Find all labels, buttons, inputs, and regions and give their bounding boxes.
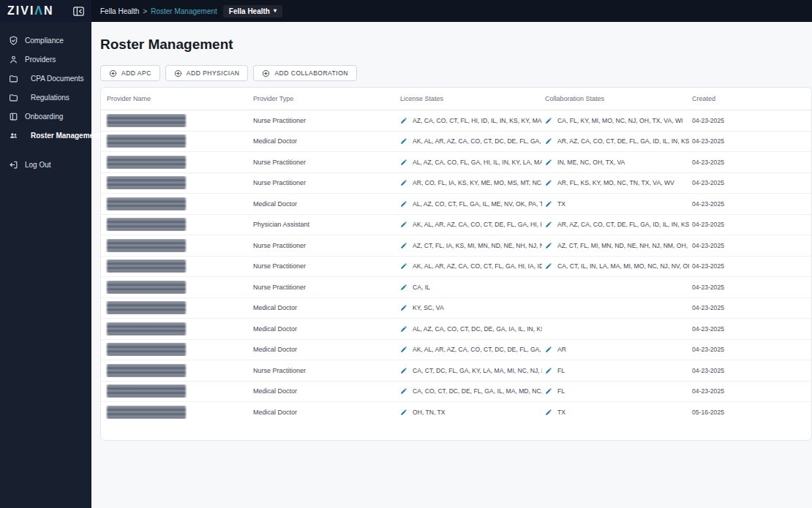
created-cell: 04-23-2025: [689, 179, 811, 186]
table-row: Nurse PractitionerAZ, CT, FL, IA, KS, MI…: [101, 235, 811, 256]
plus-circle-icon: [174, 69, 182, 77]
redacted-provider-name: [107, 176, 186, 189]
provider-name-cell: [101, 259, 250, 273]
edit-collaboration-states-icon[interactable]: [545, 117, 552, 124]
created-cell: 05-16-2025: [689, 409, 811, 416]
license-states-cell: AL, AZ, CA, CO, CT, DC, DE, GA, IA, IL, …: [397, 325, 542, 333]
redacted-provider-name: [107, 281, 186, 294]
provider-name-cell: [101, 114, 250, 127]
edit-license-states-icon[interactable]: [400, 367, 407, 374]
provider-type-cell: Nurse Practitioner: [250, 242, 397, 249]
edit-license-states-icon[interactable]: [400, 159, 407, 166]
license-states-cell: CA, CO, CT, DC, DE, FL, GA, IL, MA, MD, …: [397, 387, 542, 395]
edit-license-states-icon[interactable]: [400, 262, 407, 270]
sidebar-item-regulations[interactable]: Regulations: [0, 88, 91, 107]
provider-name-cell: [101, 322, 250, 335]
provider-type-cell: Medical Doctor: [250, 346, 397, 353]
provider-type-cell: Medical Doctor: [250, 304, 397, 311]
edit-collaboration-states-icon[interactable]: [545, 242, 552, 249]
collaboration-states-text: FL: [557, 387, 565, 395]
action-buttons: ADD APCADD PHYSICIANADD COLLABORATION: [100, 65, 812, 81]
license-states-text: AL, AZ, CO, CT, FL, GA, IL, ME, NV, OK, …: [413, 200, 542, 208]
license-states-text: AZ, CA, CO, CT, FL, HI, ID, IL, IN, KS, …: [413, 117, 542, 124]
people-icon: [9, 131, 18, 140]
collaboration-states-cell: AR, AZ, CA, CO, CT, DE, FL, GA, ID, IL, …: [542, 221, 689, 228]
license-states-cell: AZ, CA, CO, CT, FL, HI, ID, IL, IN, KS, …: [397, 117, 542, 124]
edit-license-states-icon[interactable]: [400, 284, 407, 291]
sidebar-item-log-out[interactable]: Log Out: [0, 155, 91, 174]
roster-table-card: Provider NameProvider TypeLicense States…: [100, 87, 812, 441]
redacted-provider-name: [107, 114, 186, 127]
edit-collaboration-states-icon[interactable]: [545, 137, 552, 145]
provider-type-cell: Medical Doctor: [250, 325, 397, 333]
edit-collaboration-states-icon[interactable]: [545, 159, 552, 166]
edit-license-states-icon[interactable]: [400, 242, 407, 249]
license-states-cell: CA, IL: [397, 284, 542, 291]
edit-license-states-icon[interactable]: [400, 179, 407, 186]
redacted-provider-name: [107, 364, 186, 377]
created-cell: 04-23-2025: [689, 387, 811, 395]
license-states-cell: CA, CT, DC, FL, GA, KY, LA, MA, MI, NC, …: [397, 367, 542, 374]
provider-name-cell: [101, 134, 250, 148]
edit-collaboration-states-icon[interactable]: [545, 346, 552, 353]
created-cell: 04-23-2025: [689, 346, 811, 353]
table-row: Nurse PractitionerAR, CO, FL, IA, KS, KY…: [101, 173, 811, 194]
provider-name-cell: [101, 364, 250, 377]
edit-license-states-icon[interactable]: [400, 409, 407, 416]
edit-collaboration-states-icon[interactable]: [545, 221, 552, 228]
table-row: Medical DoctorOH, TN, TXTX05-16-2025: [101, 401, 811, 422]
column-header-collaboration-states: Collaboration States: [542, 95, 689, 102]
sidebar-item-onboarding[interactable]: Onboarding: [0, 107, 91, 126]
edit-collaboration-states-icon[interactable]: [545, 179, 552, 186]
shield-check-icon: [9, 36, 18, 45]
edit-license-states-icon[interactable]: [400, 304, 407, 311]
topbar: ZIVIΛN Fella Health > Roster Management …: [0, 0, 812, 22]
sidebar-item-cpa-documents[interactable]: CPA Documents: [0, 69, 91, 88]
collaboration-states-cell: TX: [542, 409, 689, 416]
sidebar-item-providers[interactable]: Providers: [0, 50, 91, 69]
logo-area: ZIVIΛN: [0, 0, 91, 22]
edit-license-states-icon[interactable]: [400, 117, 407, 124]
edit-collaboration-states-icon[interactable]: [545, 200, 552, 208]
sidebar: ComplianceProvidersCPA DocumentsRegulati…: [0, 22, 91, 508]
plus-circle-icon: [262, 69, 270, 77]
org-switcher-dropdown[interactable]: Fella Health ▾: [223, 5, 282, 18]
collaboration-states-cell: FL: [542, 387, 689, 395]
provider-name-cell: [101, 301, 250, 314]
sidebar-collapse-icon[interactable]: [73, 7, 84, 16]
provider-name-cell: [101, 343, 250, 356]
breadcrumb-current-page[interactable]: Roster Management: [151, 7, 217, 15]
collaboration-states-cell: FL: [542, 367, 689, 374]
sidebar-item-label: Compliance: [25, 37, 64, 45]
edit-collaboration-states-icon[interactable]: [545, 387, 552, 395]
license-states-text: CA, CO, CT, DC, DE, FL, GA, IL, MA, MD, …: [413, 387, 542, 395]
created-cell: 04-23-2025: [689, 200, 811, 208]
edit-collaboration-states-icon[interactable]: [545, 409, 552, 416]
add-apc-button[interactable]: ADD APC: [100, 65, 160, 81]
created-cell: 04-23-2025: [689, 262, 811, 270]
add-collaboration-button[interactable]: ADD COLLABORATION: [253, 65, 356, 81]
provider-name-cell: [101, 384, 250, 398]
license-states-text: KY, SC, VA: [413, 304, 444, 311]
edit-license-states-icon[interactable]: [400, 200, 407, 208]
logo-accent-letter: Λ: [34, 4, 44, 17]
add-physician-button[interactable]: ADD PHYSICIAN: [165, 65, 249, 81]
plus-circle-icon: [109, 69, 117, 77]
edit-collaboration-states-icon[interactable]: [545, 262, 552, 270]
provider-type-cell: Medical Doctor: [250, 387, 397, 395]
edit-collaboration-states-icon[interactable]: [545, 367, 552, 374]
edit-license-states-icon[interactable]: [400, 346, 407, 353]
collaboration-states-cell: AZ, CT, FL, MI, MN, ND, NE, NH, NJ, NM, …: [542, 242, 689, 249]
collaboration-states-cell: AR, AZ, CA, CO, CT, DE, FL, GA, ID, IL, …: [542, 137, 689, 145]
edit-license-states-icon[interactable]: [400, 387, 407, 395]
license-states-cell: AL, AZ, CO, CT, FL, GA, IL, ME, NV, OK, …: [397, 200, 542, 208]
edit-license-states-icon[interactable]: [400, 137, 407, 145]
edit-license-states-icon[interactable]: [400, 221, 407, 228]
sidebar-item-roster-management[interactable]: Roster Management: [0, 126, 91, 145]
provider-type-cell: Nurse Practitioner: [250, 262, 397, 270]
collaboration-states-cell: AR, FL, KS, KY, MO, NC, TN, TX, VA, WV: [542, 179, 689, 186]
edit-license-states-icon[interactable]: [400, 325, 407, 333]
table-row: Nurse PractitionerCA, CT, DC, FL, GA, KY…: [101, 360, 811, 381]
sidebar-item-compliance[interactable]: Compliance: [0, 31, 91, 50]
breadcrumb-org-link[interactable]: Fella Health: [100, 7, 139, 15]
